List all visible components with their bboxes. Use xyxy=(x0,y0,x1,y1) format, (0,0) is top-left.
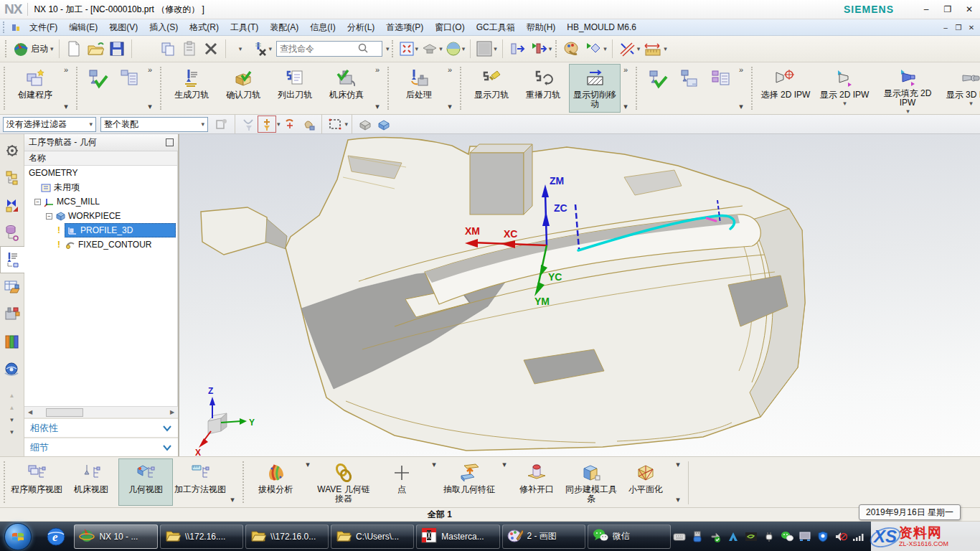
snapshot-icon[interactable] xyxy=(212,116,231,133)
show-fill-2d-ipw-button[interactable]: 显示填充 2D IPW ▾ xyxy=(875,64,941,113)
scroll-up2-icon[interactable]: ▲ xyxy=(9,405,15,411)
fit-view-button[interactable]: ▾ xyxy=(397,38,420,60)
snap-dropdown-icon[interactable]: ▾ xyxy=(603,45,607,52)
menu-tools[interactable]: 工具(T) xyxy=(225,19,264,36)
tree-row-profile-3d[interactable]: ! PROFILE_3D xyxy=(24,223,177,237)
taskbar-item-network-folder-2[interactable]: \\172.16.0... xyxy=(245,524,329,549)
rotate-point-icon[interactable] xyxy=(281,116,299,133)
collapse-icon[interactable]: − xyxy=(34,199,41,205)
verify-toolpath-button[interactable]: 确认刀轨 xyxy=(217,64,269,113)
volume-muted-icon[interactable] xyxy=(834,530,847,543)
show-3d-ipw-dropdown-icon[interactable]: ▾ xyxy=(969,100,973,107)
tree-row-unused[interactable]: 未用项 xyxy=(24,180,177,194)
selection-scope-dropdown[interactable]: 整个装配 ▾ xyxy=(100,117,208,132)
group-expand-icon[interactable]: ▾ xyxy=(448,102,452,111)
group-more-icon[interactable]: » xyxy=(623,65,628,74)
search-dropdown-icon[interactable]: ▾ xyxy=(386,45,390,52)
show-cut-moves-button[interactable]: 显示切削移动 xyxy=(569,64,621,113)
background-button[interactable]: ▾ xyxy=(474,38,499,60)
navigator-column-header[interactable]: 名称 xyxy=(24,151,178,166)
taskbar-item-wechat[interactable]: 微信 xyxy=(588,524,671,549)
details-section[interactable]: 细节 xyxy=(24,437,178,456)
group-expand-icon[interactable]: ▾ xyxy=(623,102,628,111)
ruler-dropdown-icon[interactable]: ▾ xyxy=(664,45,667,52)
show-2d-ipw-dropdown-icon[interactable]: ▾ xyxy=(843,100,847,107)
group-expand-icon[interactable]: ▾ xyxy=(306,460,310,469)
close-button[interactable]: ✕ xyxy=(958,2,980,17)
selection-filter-dropdown[interactable]: 没有选择过滤器 ▾ xyxy=(3,117,96,132)
part-navigator-icon[interactable] xyxy=(1,219,23,246)
group-expand-icon[interactable]: ▾ xyxy=(502,460,507,469)
wireframe-view-icon[interactable] xyxy=(374,116,393,133)
group-expand-icon[interactable]: ▾ xyxy=(148,102,152,111)
open-file-button[interactable] xyxy=(85,38,106,60)
constraint-navigator-icon[interactable] xyxy=(1,192,23,219)
start-dropdown-icon[interactable]: ▾ xyxy=(50,45,54,52)
safely-remove-icon[interactable] xyxy=(709,530,722,543)
workpiece-box-button[interactable] xyxy=(673,64,705,113)
start-orb[interactable] xyxy=(4,523,32,550)
menu-file[interactable]: 文件(F) xyxy=(24,19,63,36)
gear-icon[interactable] xyxy=(1,137,23,164)
select-2d-ipw-button[interactable]: 选择 2D IPW xyxy=(757,64,814,113)
menu-gc-toolbox[interactable]: GC工具箱 xyxy=(471,19,521,36)
show-fill-2d-ipw-dropdown-icon[interactable]: ▾ xyxy=(906,108,910,115)
restore-button[interactable]: ❐ xyxy=(937,2,958,17)
search-input[interactable] xyxy=(280,44,357,54)
list-toolpath-button[interactable]: 列出刀轨 xyxy=(269,64,321,113)
erase-dropdown-icon[interactable]: ▾ xyxy=(269,45,273,52)
menu-window[interactable]: 窗口(O) xyxy=(429,19,470,36)
minimize-button[interactable]: – xyxy=(915,2,937,17)
scroll-down2-icon[interactable]: ▼ xyxy=(9,429,15,435)
operation-properties-button[interactable] xyxy=(113,64,145,113)
menu-edit[interactable]: 编辑(E) xyxy=(63,19,103,36)
scroll-down-icon[interactable]: ▼ xyxy=(9,417,15,423)
scroll-up-icon[interactable]: ▲ xyxy=(9,392,15,399)
replay-toolpath-button[interactable]: 重播刀轨 xyxy=(517,64,569,113)
highlight-filter-icon[interactable] xyxy=(239,116,258,133)
show-2d-ipw-button[interactable]: 显示 2D IPW ▾ xyxy=(814,64,875,113)
machine-sim-button[interactable]: 机床仿真 xyxy=(321,64,372,113)
usb-tray-icon[interactable] xyxy=(691,530,704,543)
fit-dropdown-icon[interactable]: ▾ xyxy=(415,45,419,52)
group-more-icon[interactable]: » xyxy=(739,65,743,74)
measure-dropdown-icon[interactable]: ▾ xyxy=(637,45,641,52)
doc-minimize-button[interactable]: – xyxy=(940,22,951,32)
marquee-dropdown-icon[interactable]: ▾ xyxy=(345,121,349,128)
window-cascade-button[interactable]: ▾ xyxy=(420,38,444,60)
taskbar-item-users-folder[interactable]: C:\Users\... xyxy=(331,524,414,549)
cut-button[interactable] xyxy=(136,38,157,60)
top-selection-filter-icon[interactable] xyxy=(258,116,276,133)
keyboard-tray-icon[interactable] xyxy=(673,530,686,543)
assembly-navigator-icon[interactable] xyxy=(1,164,23,192)
group-more-icon[interactable]: » xyxy=(148,65,152,74)
display-tray-icon[interactable] xyxy=(798,530,811,543)
menu-assemblies[interactable]: 装配(A) xyxy=(264,19,304,36)
scrollbar-thumb[interactable] xyxy=(46,408,83,417)
group-expand-icon[interactable]: ▾ xyxy=(676,495,680,504)
menu-insert[interactable]: 插入(S) xyxy=(143,19,184,36)
command-search-box[interactable] xyxy=(276,41,382,57)
power-plug-icon[interactable] xyxy=(763,530,776,543)
internet-explorer-icon[interactable]: e xyxy=(42,524,70,549)
new-file-button[interactable] xyxy=(63,38,85,60)
group-expand-icon[interactable]: ▾ xyxy=(230,495,235,504)
taskbar-item-nx[interactable]: NX 10 - ... xyxy=(74,524,157,549)
tree-row-fixed-contour[interactable]: ! FIXED_CONTOUR xyxy=(24,237,177,252)
measure-button[interactable]: ▾ xyxy=(616,38,642,60)
sync-modeling-button[interactable]: 同步建模工具条 xyxy=(564,458,618,506)
graphics-viewport[interactable]: ZM ZC XM XC YC YM Z Y xyxy=(179,134,980,456)
menu-preferences[interactable]: 首选项(P) xyxy=(380,19,429,36)
tree-row-mcs-mill[interactable]: − MCS_MILL xyxy=(24,194,177,209)
snap-point-button[interactable]: ▾ xyxy=(583,38,608,60)
group-more-icon[interactable]: » xyxy=(448,65,452,74)
extract-geometry-button[interactable]: 抽取几何特征 xyxy=(439,458,499,506)
horizontal-scrollbar[interactable]: ◀ ▶ xyxy=(24,406,178,418)
shaded-view-icon[interactable] xyxy=(356,116,374,133)
machine-tool-navigator-icon[interactable] xyxy=(1,273,23,301)
delete-button[interactable] xyxy=(200,38,222,60)
menu-information[interactable]: 信息(I) xyxy=(304,19,341,36)
menu-help[interactable]: 帮助(H) xyxy=(521,19,562,36)
edit-operation-button[interactable] xyxy=(82,64,113,113)
save-button[interactable] xyxy=(106,38,128,60)
